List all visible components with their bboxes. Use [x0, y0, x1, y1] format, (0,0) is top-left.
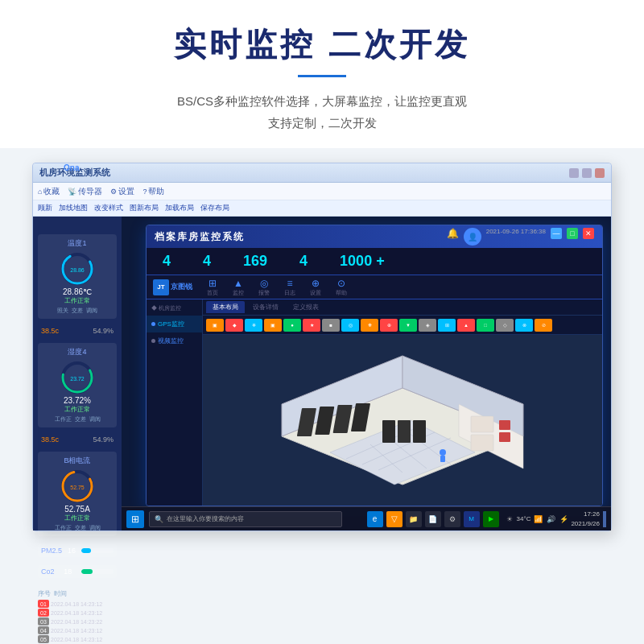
toolbar-shouc[interactable]: ⌂ 收藏: [38, 186, 60, 197]
ribbon-btn-2[interactable]: 加线地图: [59, 203, 88, 213]
inner-minimize-btn[interactable]: —: [551, 228, 562, 239]
alarm-badge-4: 04: [38, 626, 49, 634]
link-3[interactable]: 调阅: [86, 307, 97, 315]
taskbar-folder-icon[interactable]: 📁: [406, 511, 422, 527]
help-nav-icon: ⊙: [336, 278, 347, 289]
device-tag-14[interactable]: ▲: [457, 319, 475, 332]
inner-main-view: 基本布局 设备详情 定义报表 ▣ ◆ ❄ ▣ ● ★: [203, 299, 602, 506]
gauge-links-current: 工作正 交差 调阅: [55, 524, 101, 532]
toolbar-chuan[interactable]: 📡 传导器: [68, 186, 102, 197]
outer-toolbar: ⌂ 收藏 📡 传导器 ⚙ 设置 ? 帮助: [33, 183, 611, 200]
alarm-row-4: 04 2022.04.18 14:23:12: [38, 626, 117, 634]
device-tag-2[interactable]: ◆: [225, 319, 243, 332]
extra-value-row2: 38.5c 54.9%: [38, 434, 117, 445]
ribbon-btn-4[interactable]: 图新布局: [130, 203, 159, 213]
device-tag-13[interactable]: ⊞: [438, 319, 456, 332]
outer-close-btn[interactable]: [595, 168, 605, 178]
alarm-nav-icon: ◎: [258, 278, 270, 289]
outer-maximize-btn[interactable]: [582, 168, 592, 178]
toolbar-shezhi[interactable]: ⚙ 设置: [110, 186, 134, 197]
tab-device[interactable]: 设备详情: [246, 301, 285, 313]
link-2[interactable]: 交差: [72, 307, 83, 315]
pm25-row: PM2.5 16: [38, 544, 117, 557]
signal-icon: 📡: [68, 188, 76, 196]
gauge-card-current: B相电流 52.75 52.75A 工作正常 工作正 交差 调阅: [38, 452, 117, 536]
stat-number-5: 1000 +: [340, 253, 385, 270]
link-1[interactable]: 照关: [57, 307, 68, 315]
ribbon-btn-3[interactable]: 改变样式: [94, 203, 123, 213]
sidebar-item-video[interactable]: 视频监控: [147, 332, 202, 349]
link-c2[interactable]: 交差: [75, 524, 86, 532]
alarm-badge-2: 02: [38, 609, 49, 617]
pm25-fill: [81, 548, 91, 553]
sidebar-item-gps[interactable]: GPS监控: [147, 316, 202, 332]
ribbon-btn-1[interactable]: 顾新: [38, 203, 52, 213]
link-c1[interactable]: 工作正: [55, 524, 72, 532]
gps-icon: [151, 322, 155, 326]
device-tag-11[interactable]: ▼: [399, 319, 417, 332]
gauge-circle-current: 52.75: [60, 469, 95, 504]
nav-item-help[interactable]: ⊙ 帮助: [329, 276, 353, 299]
tab-basic[interactable]: 基本布局: [206, 301, 245, 313]
device-tag-9[interactable]: ❋: [361, 319, 378, 332]
link-c3[interactable]: 调阅: [89, 524, 101, 532]
device-tag-8[interactable]: ◎: [341, 319, 359, 332]
svg-text:23.72: 23.72: [70, 376, 85, 382]
link-h3[interactable]: 调阅: [89, 415, 101, 423]
start-button[interactable]: ⊞: [126, 510, 144, 528]
gauge-status-current: 工作正常: [64, 514, 90, 522]
svg-rect-24: [398, 420, 411, 443]
nav-item-alarm[interactable]: ◎ 报警: [252, 276, 276, 299]
device-tag-3[interactable]: ❄: [245, 319, 262, 332]
toolbar-bangzhu[interactable]: ? 帮助: [142, 186, 164, 197]
ribbon-btn-6[interactable]: 保存布局: [200, 203, 229, 213]
nav-item-settings[interactable]: ⊕ 设置: [303, 276, 328, 299]
svg-rect-25: [413, 420, 426, 443]
tab-report[interactable]: 定义报表: [287, 301, 325, 313]
taskbar-monitor-icon[interactable]: M: [464, 511, 480, 527]
clock-display: 17:26 2021/9/26: [571, 510, 600, 527]
device-tag-15[interactable]: □: [477, 319, 494, 332]
toolbar-label-bangzhu: 帮助: [148, 186, 164, 197]
gauge-card-humid4: 湿度4 23.72 23.72% 工作正常 工作正 交差 调阅: [38, 343, 117, 427]
device-tag-17[interactable]: ⊗: [515, 319, 533, 332]
inner-alarm-icon: 🔔: [448, 228, 459, 239]
device-tag-12[interactable]: ◈: [419, 319, 436, 332]
main-area: 档案库房监控系统 🔔 👤 2021-09-26 17:36:38 — □ ✕: [122, 217, 611, 530]
device-tag-10[interactable]: ⊕: [380, 319, 398, 332]
nav-item-log[interactable]: ≡ 日志: [278, 276, 302, 299]
nav-item-home[interactable]: ⊞ 首页: [200, 276, 225, 299]
device-tag-16[interactable]: ◇: [496, 319, 514, 332]
nav-label-home: 首页: [207, 289, 218, 297]
extra-val2: 38.5c: [41, 436, 59, 444]
taskbar-edge-icon[interactable]: e: [367, 511, 383, 527]
inner-close-btn[interactable]: ✕: [583, 228, 594, 239]
device-tag-18[interactable]: ⊘: [535, 319, 552, 332]
temp-icon: ☀: [504, 515, 515, 523]
ribbon-btn-5[interactable]: 加载布局: [165, 203, 194, 213]
taskbar: ⊞ 🔍 在这里输入你要搜索的内容 e ▽ 📁 📄 ⚙ M ▶: [122, 506, 611, 530]
taskbar-tray: ☀ 34°C 📶 🔊 ⚡ 17:26 2021/9/26: [504, 510, 606, 527]
taskbar-app2-icon[interactable]: ▶: [483, 511, 499, 527]
taskbar-search-bar[interactable]: 🔍 在这里输入你要搜索的内容: [149, 511, 342, 527]
outer-minimize-btn[interactable]: [569, 168, 579, 178]
taskbar-app1-icon[interactable]: ⚙: [444, 511, 460, 527]
link-h1[interactable]: 工作正: [55, 415, 72, 423]
outer-content: Ona 温度1 28.86 28.86℃ 工作正常 照关: [33, 217, 611, 530]
title-underline: [298, 75, 346, 77]
show-desktop-btn[interactable]: [603, 511, 606, 527]
taskbar-browser-icon[interactable]: ▽: [386, 511, 402, 527]
search-icon: 🔍: [155, 515, 163, 523]
device-tag-1[interactable]: ▣: [206, 319, 224, 332]
taskbar-file-icon[interactable]: 📄: [425, 511, 441, 527]
nav-item-monitor[interactable]: ▲ 监控: [226, 276, 250, 299]
inner-maximize-btn[interactable]: □: [567, 228, 578, 239]
device-tag-7[interactable]: ■: [322, 319, 340, 332]
device-tag-4[interactable]: ▣: [264, 319, 282, 332]
device-tag-6[interactable]: ★: [303, 319, 320, 332]
co2-row: Co2 18: [38, 565, 117, 578]
link-h2[interactable]: 交差: [75, 415, 86, 423]
video-icon: [151, 339, 155, 343]
device-tag-5[interactable]: ●: [283, 319, 301, 332]
alarm-row-3: 03 2022.04.18 14:23:22: [38, 617, 117, 625]
